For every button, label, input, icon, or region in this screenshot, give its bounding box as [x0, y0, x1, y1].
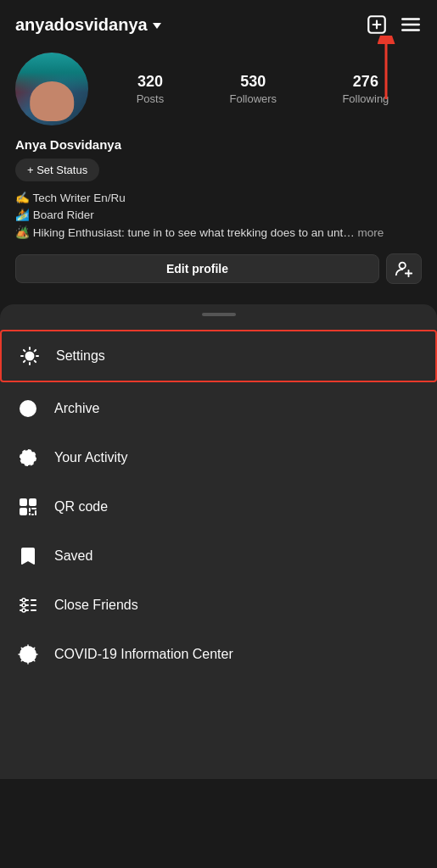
svg-point-8	[400, 262, 406, 268]
gear-icon	[19, 345, 41, 367]
covid-label: COVID-19 Information Center	[54, 647, 233, 662]
avatar[interactable]	[15, 53, 88, 125]
menu-item-qr-code[interactable]: QR code	[0, 482, 437, 531]
edit-profile-button[interactable]: Edit profile	[15, 254, 379, 283]
chevron-down-icon	[153, 23, 161, 29]
svg-point-36	[25, 651, 31, 658]
followers-label: Followers	[229, 92, 277, 105]
bio-section: ✍️ Tech Writer En/Ru 🏄 Board Rider 🏕️ Hi…	[15, 190, 422, 242]
svg-line-42	[33, 659, 34, 660]
username-text: anyadosvidanya	[15, 15, 148, 35]
following-label: Following	[342, 92, 389, 105]
settings-highlighted-border: Settings	[0, 330, 437, 382]
activity-icon	[17, 447, 39, 469]
svg-line-44	[21, 659, 22, 660]
qr-code-label: QR code	[54, 499, 108, 515]
menu-item-settings[interactable]: Settings	[2, 331, 435, 381]
close-friends-icon	[17, 594, 39, 616]
hamburger-menu-button[interactable]	[400, 14, 422, 36]
followers-count: 530	[240, 73, 266, 91]
set-status-button[interactable]: + Set Status	[15, 159, 99, 181]
archive-label: Archive	[54, 401, 99, 416]
menu-item-your-activity[interactable]: Your Activity	[0, 433, 437, 482]
bio-line-1: ✍️ Tech Writer En/Ru	[15, 190, 422, 207]
bottom-sheet: Settings Archive Your Activity	[0, 304, 437, 779]
posts-stat[interactable]: 320 Posts	[137, 73, 165, 105]
svg-point-31	[22, 609, 25, 612]
stats-row: 320 Posts 530 Followers 276 Following	[104, 73, 422, 105]
bio-line-3: 🏕️ Hiking Enthusiast: tune in to see wha…	[15, 225, 422, 242]
settings-label: Settings	[56, 348, 105, 364]
svg-point-29	[22, 598, 25, 602]
qr-icon	[17, 496, 39, 518]
new-post-button[interactable]	[366, 14, 388, 36]
covid-icon	[17, 643, 39, 665]
menu-item-close-friends[interactable]: Close Friends	[0, 581, 437, 630]
following-stat[interactable]: 276 Following	[342, 73, 389, 105]
add-person-icon	[395, 259, 413, 278]
hamburger-icon	[400, 14, 422, 36]
svg-line-43	[33, 648, 34, 648]
display-name: Anya Dosvidanya	[15, 137, 422, 152]
svg-rect-18	[22, 501, 25, 504]
archive-icon	[17, 398, 39, 420]
avatar-face	[30, 81, 74, 121]
followers-stat[interactable]: 530 Followers	[229, 73, 277, 105]
bio-line-2: 🏄 Board Rider	[15, 207, 422, 224]
more-link[interactable]: more	[357, 226, 384, 239]
svg-point-11	[27, 353, 32, 359]
svg-point-30	[22, 604, 25, 607]
posts-label: Posts	[137, 92, 165, 105]
your-activity-label: Your Activity	[54, 450, 128, 465]
plus-square-icon	[366, 14, 388, 36]
sheet-handle	[202, 313, 236, 316]
menu-item-archive[interactable]: Archive	[0, 384, 437, 433]
menu-item-covid[interactable]: COVID-19 Information Center	[0, 630, 437, 679]
profile-section: 320 Posts 530 Followers 276 Following An…	[0, 44, 437, 296]
set-status-label: + Set Status	[27, 164, 87, 176]
add-person-button[interactable]	[386, 253, 422, 284]
profile-row: 320 Posts 530 Followers 276 Following	[15, 53, 422, 125]
saved-label: Saved	[54, 548, 92, 564]
nav-icons	[366, 14, 422, 36]
svg-line-41	[21, 648, 22, 648]
svg-rect-20	[22, 510, 25, 513]
close-friends-label: Close Friends	[54, 598, 138, 613]
following-count: 276	[353, 73, 378, 91]
username-area[interactable]: anyadosvidanya	[15, 15, 161, 35]
menu-item-saved[interactable]: Saved	[0, 531, 437, 581]
svg-rect-19	[31, 501, 34, 504]
bookmark-icon	[17, 545, 39, 567]
action-row: Edit profile	[15, 253, 422, 284]
posts-count: 320	[137, 73, 163, 91]
top-nav: anyadosvidanya	[0, 0, 437, 44]
